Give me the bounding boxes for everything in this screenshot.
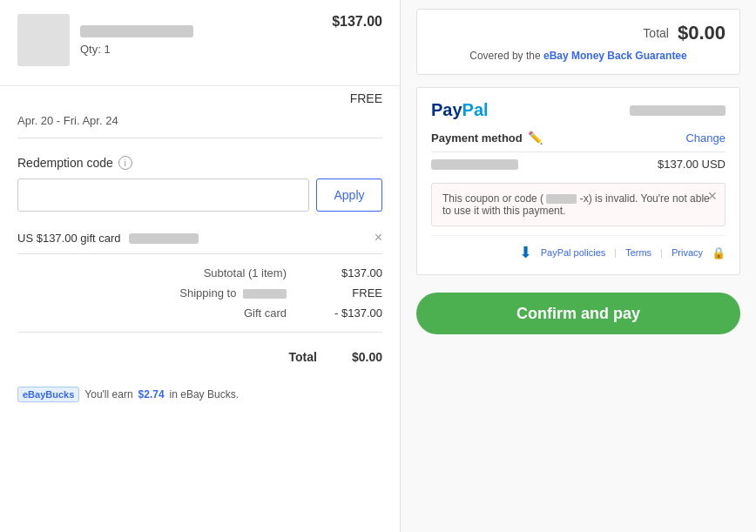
paypal-header: PayPal bbox=[431, 100, 726, 120]
ebay-bucks-text: You'll earn bbox=[84, 388, 132, 401]
info-icon[interactable]: i bbox=[118, 156, 132, 170]
shipping-row: FREE bbox=[0, 86, 400, 111]
error-text-before: This coupon or code ( bbox=[442, 192, 543, 205]
subtotal-row: Subtotal (1 item) $137.00 bbox=[17, 263, 382, 283]
item-price: $137.00 bbox=[332, 14, 382, 30]
total-summary-box: Total $0.00 Covered by the eBay Money Ba… bbox=[416, 9, 740, 75]
subtotal-value: $137.00 bbox=[321, 266, 382, 279]
paypal-privacy-link[interactable]: Privacy bbox=[672, 247, 703, 258]
confirm-pay-button[interactable]: Confirm and pay bbox=[416, 293, 740, 334]
redemption-input-row: Apply bbox=[17, 178, 382, 212]
redemption-label-text: Redemption code bbox=[17, 156, 113, 170]
shipping-summary-label: Shipping to bbox=[179, 286, 287, 300]
summary-section: Subtotal (1 item) $137.00 Shipping to FR… bbox=[0, 254, 400, 332]
ebay-bucks-badge: eBayBucks bbox=[17, 387, 79, 402]
gift-card-code-blur bbox=[129, 233, 199, 244]
paypal-logo-blue: Pay bbox=[431, 100, 462, 119]
gift-card-label: US $137.00 gift card bbox=[17, 232, 199, 245]
paypal-logo-cyan: Pal bbox=[462, 100, 489, 119]
ebay-bucks-row: eBayBucks You'll earn $2.74 in eBay Buck… bbox=[0, 376, 400, 413]
total-section: Total $0.00 bbox=[0, 333, 400, 376]
apply-button[interactable]: Apply bbox=[316, 178, 382, 212]
right-total-label: Total bbox=[643, 26, 669, 40]
payment-account-blur bbox=[431, 159, 518, 170]
item-image bbox=[17, 14, 70, 66]
shipping-summary-row: Shipping to FREE bbox=[17, 283, 382, 303]
error-code-blur bbox=[546, 194, 577, 204]
right-panel: Total $0.00 Covered by the eBay Money Ba… bbox=[401, 0, 756, 532]
left-panel: Qty: 1 $137.00 FREE Apr. 20 - Fri. Apr. … bbox=[0, 0, 401, 532]
paypal-download-icon: ⬇ bbox=[519, 243, 532, 262]
payment-amount: $137.00 USD bbox=[658, 158, 726, 171]
error-box: ✕ This coupon or code ( -x) is invalid. … bbox=[431, 183, 726, 226]
item-row: Qty: 1 $137.00 bbox=[0, 0, 400, 86]
right-total-amount: $0.00 bbox=[678, 22, 726, 44]
payment-method-label: Payment method ✏️ bbox=[431, 131, 543, 145]
guarantee-link[interactable]: eBay Money Back Guarantee bbox=[543, 50, 687, 62]
right-total-line: Total $0.00 bbox=[431, 22, 726, 44]
ebay-bucks-amount: $2.74 bbox=[138, 388, 165, 401]
payment-info-row: $137.00 USD bbox=[431, 152, 726, 176]
paypal-box: PayPal Payment method ✏️ Change $137.00 … bbox=[416, 87, 740, 275]
paypal-footer: ⬇ PayPal policies | Terms | Privacy 🔒 bbox=[431, 235, 726, 262]
shipping-summary-value: FREE bbox=[321, 286, 382, 300]
paypal-terms-link[interactable]: Terms bbox=[625, 247, 651, 258]
error-close-button[interactable]: ✕ bbox=[707, 189, 718, 203]
total-row: Total $0.00 bbox=[17, 341, 382, 367]
paypal-account-blur bbox=[630, 105, 726, 116]
total-label: Total bbox=[289, 350, 317, 364]
guarantee-line: Covered by the eBay Money Back Guarantee bbox=[431, 50, 726, 62]
redemption-section: Redemption code i Apply bbox=[0, 138, 400, 222]
item-qty: Qty: 1 bbox=[80, 43, 193, 56]
gift-card-summary-label: Gift card bbox=[244, 306, 287, 320]
paypal-logo-text: PayPal bbox=[431, 100, 489, 120]
total-value: $0.00 bbox=[352, 350, 382, 364]
delivery-date: Apr. 20 - Fri. Apr. 24 bbox=[17, 114, 118, 127]
remove-gift-card-button[interactable]: × bbox=[375, 231, 382, 245]
gift-card-summary-row: Gift card - $137.00 bbox=[17, 303, 382, 323]
gift-card-summary-value: - $137.00 bbox=[321, 306, 382, 320]
shipping-value: FREE bbox=[350, 91, 382, 105]
guarantee-text: Covered by the bbox=[469, 50, 540, 62]
shipping-location-blur bbox=[243, 289, 287, 299]
delivery-row: Apr. 20 - Fri. Apr. 24 bbox=[0, 111, 400, 138]
payment-method-row: Payment method ✏️ Change bbox=[431, 131, 726, 145]
gift-card-row: US $137.00 gift card × bbox=[0, 222, 400, 253]
edit-icon: ✏️ bbox=[528, 131, 543, 145]
subtotal-label: Subtotal (1 item) bbox=[204, 266, 287, 279]
paypal-policies-link[interactable]: PayPal policies bbox=[541, 247, 606, 258]
ebay-bucks-suffix: in eBay Bucks. bbox=[170, 388, 239, 401]
change-payment-link[interactable]: Change bbox=[685, 131, 726, 145]
redemption-label: Redemption code i bbox=[17, 156, 382, 170]
lock-icon: 🔒 bbox=[712, 246, 726, 259]
item-name-blurred bbox=[80, 25, 193, 37]
paypal-logo: PayPal bbox=[431, 100, 489, 120]
redemption-input[interactable] bbox=[17, 178, 309, 212]
